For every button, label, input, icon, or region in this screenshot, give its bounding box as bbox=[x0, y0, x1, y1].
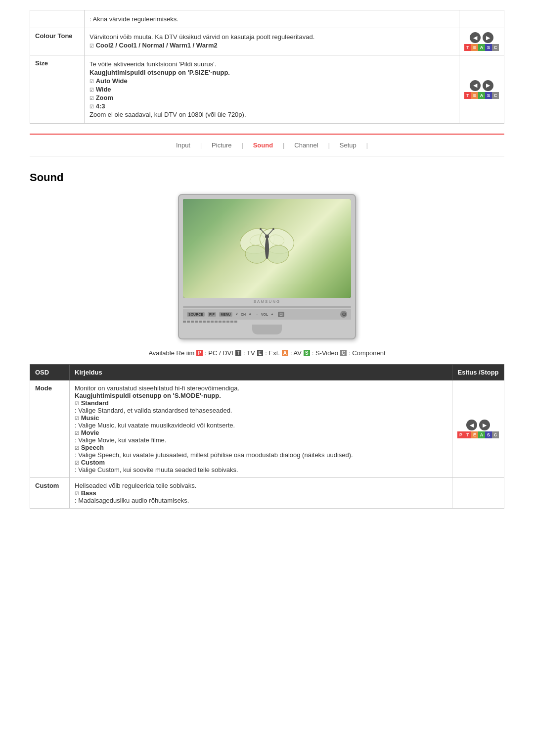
pteasc-arrows: ◀ ▶ bbox=[466, 420, 490, 430]
pteasc-arrow-right: ▶ bbox=[479, 420, 490, 430]
svg-point-4 bbox=[265, 237, 269, 259]
row1-content: : Akna värvide reguleerimiseks. bbox=[85, 10, 459, 28]
teasc-badge: ◀ ▶ T E A S C bbox=[464, 32, 499, 51]
arrow-left-icon-2: ◀ bbox=[470, 80, 481, 91]
tv-indicator-row bbox=[183, 320, 351, 324]
power-button[interactable]: ⏻ bbox=[340, 311, 347, 318]
mode-label: Mode bbox=[30, 380, 70, 478]
available-line: Available Re iim P : PC / DVI T : TV E :… bbox=[30, 349, 504, 357]
indicator-7 bbox=[207, 321, 210, 323]
vol-label: VOL bbox=[261, 313, 268, 316]
col-osd: OSD bbox=[30, 365, 70, 380]
ch-down-label: ∨ bbox=[235, 312, 238, 316]
pteasc-c: C bbox=[492, 431, 499, 438]
badge-c: C bbox=[340, 350, 347, 356]
svg-point-7 bbox=[260, 228, 262, 230]
col-esitus: Esitus /Stopp bbox=[452, 365, 504, 380]
pteasc-t: T bbox=[464, 431, 471, 438]
butterfly-icon bbox=[237, 224, 297, 273]
teasc-badge-2: ◀ ▶ T E A S C bbox=[464, 80, 499, 99]
badge-a: A bbox=[282, 350, 288, 356]
custom-content: Heliseaded võib reguleerida teile sobiva… bbox=[70, 478, 452, 509]
pteasc-p: P bbox=[457, 431, 464, 438]
table-row: Mode Monitor on varustatud siseehitatud … bbox=[30, 380, 504, 478]
table-row: Custom Heliseaded võib reguleerida teile… bbox=[30, 478, 504, 509]
nav-item-sound[interactable]: Sound bbox=[243, 140, 283, 151]
tv-screen bbox=[183, 199, 351, 298]
menu-button[interactable]: MENU bbox=[219, 312, 232, 317]
c-letter: C bbox=[492, 44, 499, 51]
colour-tone-icon: ◀ ▶ T E A S C bbox=[459, 28, 504, 55]
pip-button[interactable]: PIP bbox=[208, 312, 216, 317]
t-letter: T bbox=[464, 44, 471, 51]
nav-item-input[interactable]: Input bbox=[166, 140, 200, 151]
tv-screen-content bbox=[183, 199, 351, 298]
table-row: Colour Tone Värvitooni võib muuta. Ka DT… bbox=[30, 28, 504, 55]
colour-tone-label: Colour Tone bbox=[30, 28, 85, 55]
indicator-4 bbox=[195, 321, 198, 323]
pteasc-badge: ◀ ▶ P T E A S C bbox=[457, 420, 499, 438]
page-wrapper: : Akna värvide reguleerimiseks. Colour T… bbox=[0, 0, 534, 519]
tv-brand-label: SAMSUNG bbox=[183, 298, 351, 305]
pteasc-s: S bbox=[485, 431, 492, 438]
tv-controls: SOURCE PIP MENU ∨ CH ∧ – VOL + ⊡ ⏻ bbox=[183, 309, 351, 320]
teasc-letters-2: T E A S C bbox=[464, 92, 499, 99]
nav-separator-5: | bbox=[366, 142, 368, 149]
indicator-3 bbox=[191, 321, 194, 323]
tv-frame: SAMSUNG SOURCE PIP MENU ∨ CH ∧ – VOL + ⊡… bbox=[178, 194, 356, 339]
svg-point-9 bbox=[272, 228, 274, 230]
s-letter: S bbox=[485, 44, 492, 51]
sound-heading: Sound bbox=[30, 171, 504, 184]
size-label: Size bbox=[30, 55, 85, 124]
e-letter-2: E bbox=[471, 92, 478, 99]
mode-content: Monitor on varustatud siseehitatud hi-fi… bbox=[70, 380, 452, 478]
source-button[interactable]: SOURCE bbox=[187, 312, 205, 317]
teasc-arrows-2: ◀ ▶ bbox=[470, 80, 493, 91]
teasc-letters: T E A S C bbox=[464, 44, 499, 51]
indicator-2 bbox=[187, 321, 190, 323]
nav-item-setup[interactable]: Setup bbox=[330, 140, 366, 151]
arrow-right-icon: ▶ bbox=[483, 32, 493, 43]
colour-tone-content: Värvitooni võib muuta. Ka DTV üksikud vä… bbox=[85, 28, 459, 55]
t-letter-2: T bbox=[464, 92, 471, 99]
indicator-6 bbox=[203, 321, 206, 323]
table-row: Size Te võite aktiveerida funktsiooni 'P… bbox=[30, 55, 504, 124]
mode-icon: ◀ ▶ P T E A S C bbox=[452, 380, 504, 478]
size-content: Te võite aktiveerida funktsiooni 'Pildi … bbox=[85, 55, 459, 124]
indicator-12 bbox=[226, 321, 229, 323]
ch-up-label: ∧ bbox=[249, 312, 251, 316]
s-letter-2: S bbox=[485, 92, 492, 99]
tv-speaker-bar bbox=[183, 306, 351, 308]
arrow-right-icon-2: ▶ bbox=[483, 80, 493, 91]
size-icon: ◀ ▶ T E A S C bbox=[459, 55, 504, 124]
nav-item-picture[interactable]: Picture bbox=[202, 140, 241, 151]
tv-stand-base bbox=[252, 325, 282, 334]
col-kirjeldus: Kirjeldus bbox=[70, 365, 452, 380]
e-letter: E bbox=[471, 44, 478, 51]
a-letter: A bbox=[478, 44, 485, 51]
indicator-9 bbox=[215, 321, 218, 323]
row1-icon bbox=[459, 10, 504, 28]
pteasc-arrow-left: ◀ bbox=[466, 420, 477, 430]
ch-label: CH bbox=[241, 313, 246, 316]
teasc-arrows: ◀ ▶ bbox=[470, 32, 493, 43]
arrow-left-icon: ◀ bbox=[470, 32, 481, 43]
indicator-11 bbox=[222, 321, 225, 323]
badge-p: P bbox=[196, 350, 203, 356]
nav-item-channel[interactable]: Channel bbox=[284, 140, 328, 151]
indicator-8 bbox=[211, 321, 214, 323]
fullscreen-icon[interactable]: ⊡ bbox=[278, 312, 284, 317]
badge-t: T bbox=[235, 350, 241, 356]
indicator-13 bbox=[230, 321, 233, 323]
badge-e: E bbox=[257, 350, 264, 356]
pteasc-e: E bbox=[471, 431, 478, 438]
custom-label: Custom bbox=[30, 478, 70, 509]
tv-stand bbox=[183, 325, 351, 334]
indicator-14 bbox=[234, 321, 237, 323]
vol-minus-label: – bbox=[256, 313, 258, 316]
nav-bar: Input | Picture | Sound | Channel | Setu… bbox=[30, 134, 504, 156]
badge-s: S bbox=[304, 350, 310, 356]
vol-plus-label: + bbox=[271, 313, 273, 316]
custom-icon bbox=[452, 478, 504, 509]
tv-container: SAMSUNG SOURCE PIP MENU ∨ CH ∧ – VOL + ⊡… bbox=[30, 194, 504, 339]
